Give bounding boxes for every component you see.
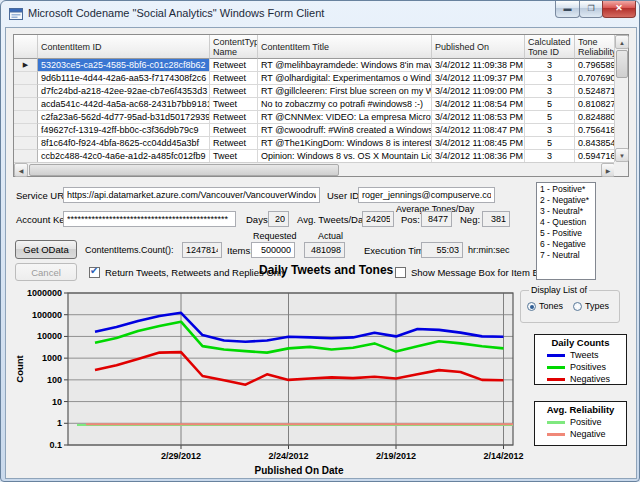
- type-cell[interactable]: Retweet: [210, 111, 258, 124]
- title-cell[interactable]: RT @olhardigital: Experimentamos o Windo…: [258, 72, 432, 85]
- scroll-up-icon[interactable]: ▲: [615, 35, 629, 49]
- published-cell[interactable]: 3/4/2012 11:09:00 PM: [432, 85, 525, 98]
- scroll-right-icon[interactable]: ▶: [601, 163, 615, 177]
- published-cell[interactable]: 3/4/2012 11:08:45 PM: [432, 137, 525, 150]
- row-selector-cell[interactable]: [14, 85, 38, 98]
- title-cell[interactable]: No to zobaczmy co potrafi #windows8 :-): [258, 98, 432, 111]
- row-selector-cell[interactable]: [14, 72, 38, 85]
- type-cell[interactable]: Tweet: [210, 150, 258, 162]
- grid-header-cell[interactable]: Calculated Tone ID: [525, 35, 575, 59]
- table-row[interactable]: 9d6b111e-4d44-42a6-aa53-f7174308f2c6Retw…: [14, 72, 615, 85]
- vertical-scroll-thumb[interactable]: [616, 50, 628, 78]
- title-cell[interactable]: RT @cwoodruff: #Win8 created a Windows.o…: [258, 124, 432, 137]
- tone-id-cell[interactable]: 5: [525, 98, 575, 111]
- list-item[interactable]: 3 - Neutral*: [540, 206, 595, 217]
- list-item[interactable]: 5 - Positive: [540, 228, 595, 239]
- id-cell[interactable]: d7fc24bd-a218-42ee-92ae-cb7e6f4353d3: [38, 85, 210, 98]
- radio-icon[interactable]: [527, 302, 536, 311]
- type-cell[interactable]: Retweet: [210, 59, 258, 72]
- return-tweets-checkbox[interactable]: [89, 267, 100, 278]
- avg-tweets-input[interactable]: [362, 211, 394, 227]
- list-item[interactable]: 1 - Positive*: [540, 184, 595, 195]
- type-cell[interactable]: Retweet: [210, 137, 258, 150]
- title-bar[interactable]: Microsoft Codename "Social Analytics" Wi…: [1, 1, 639, 27]
- tone-id-cell[interactable]: 3: [525, 124, 575, 137]
- cancel-button[interactable]: Cancel: [15, 263, 77, 281]
- reliability-cell[interactable]: 0.7076904: [575, 72, 615, 85]
- row-selector-cell[interactable]: [14, 150, 38, 162]
- row-selector-cell[interactable]: [14, 137, 38, 150]
- close-button[interactable]: ✕: [602, 1, 636, 18]
- id-cell[interactable]: 53203ce5-ca25-4585-8bf6-c01c28cf8b62: [38, 59, 210, 72]
- table-row[interactable]: ccb2c488-42c0-4a6e-a1d2-a485fc012fb9Twee…: [14, 150, 615, 162]
- published-cell[interactable]: 3/4/2012 11:08:36 PM: [432, 150, 525, 162]
- row-selector-cell[interactable]: [14, 111, 38, 124]
- list-item[interactable]: 2 - Negative*: [540, 195, 595, 206]
- reliability-cell[interactable]: 0.5947161: [575, 150, 615, 162]
- days-input[interactable]: [268, 211, 289, 227]
- tone-listbox[interactable]: 1 - Positive*2 - Negative*3 - Neutral*4 …: [536, 182, 596, 280]
- table-row[interactable]: ▶53203ce5-ca25-4585-8bf6-c01c28cf8b62Ret…: [14, 59, 615, 72]
- user-id-input[interactable]: [358, 187, 495, 203]
- minimize-button[interactable]: ▬: [555, 1, 580, 18]
- tone-id-cell[interactable]: 3: [525, 150, 575, 162]
- grid-horizontal-scrollbar[interactable]: ◀ ▶: [14, 162, 615, 176]
- table-row[interactable]: 8f1c64f0-f924-4bfa-8625-cc04dd45a3bfRetw…: [14, 137, 615, 150]
- radio-option-types[interactable]: Types: [573, 301, 609, 311]
- table-row[interactable]: f49627cf-1319-42ff-bb0c-c3f36d9b79c9Retw…: [14, 124, 615, 137]
- id-cell[interactable]: 8f1c64f0-f924-4bfa-8625-cc04dd45a3bf: [38, 137, 210, 150]
- title-cell[interactable]: RT @gillcleeren: First blue screen on my…: [258, 85, 432, 98]
- published-cell[interactable]: 3/4/2012 11:09:38 PM: [432, 59, 525, 72]
- published-cell[interactable]: 3/4/2012 11:08:53 PM: [432, 111, 525, 124]
- horizontal-scroll-thumb[interactable]: [29, 164, 339, 176]
- grid-header-cell[interactable]: ContentType Name: [210, 35, 258, 59]
- account-key-input[interactable]: [63, 211, 236, 227]
- execution-time-input[interactable]: [421, 242, 463, 258]
- tone-id-cell[interactable]: 5: [525, 137, 575, 150]
- items-requested-input[interactable]: [251, 242, 295, 258]
- reliability-cell[interactable]: 0.7564187: [575, 124, 615, 137]
- maximize-button[interactable]: ❐: [579, 1, 603, 18]
- scroll-left-icon[interactable]: ◀: [14, 163, 28, 177]
- tone-id-cell[interactable]: 3: [525, 72, 575, 85]
- list-item[interactable]: 4 - Question: [540, 217, 595, 228]
- id-cell[interactable]: acda541c-442d-4a5a-ac68-2431b7bb9181: [38, 98, 210, 111]
- title-cell[interactable]: RT @melihbayramdede: Windows 8'in mavi e…: [258, 59, 432, 72]
- radio-icon[interactable]: [573, 302, 582, 311]
- title-cell[interactable]: RT @The1KingDom: Windows 8 is interestin…: [258, 137, 432, 150]
- type-cell[interactable]: Retweet: [210, 124, 258, 137]
- tone-id-cell[interactable]: 3: [525, 85, 575, 98]
- grid-header-cell[interactable]: Published On: [432, 35, 525, 59]
- reliability-cell[interactable]: 0.5248712: [575, 85, 615, 98]
- pos-input[interactable]: [421, 211, 452, 227]
- show-message-checkbox[interactable]: [395, 267, 406, 278]
- id-cell[interactable]: f49627cf-1319-42ff-bb0c-c3f36d9b79c9: [38, 124, 210, 137]
- tone-id-cell[interactable]: 3: [525, 59, 575, 72]
- id-cell[interactable]: ccb2c488-42c0-4a6e-a1d2-a485fc012fb9: [38, 150, 210, 162]
- grid-header-cell[interactable]: ContentItem ID: [38, 35, 210, 59]
- published-cell[interactable]: 3/4/2012 11:09:37 PM: [432, 72, 525, 85]
- radio-option-tones[interactable]: Tones: [527, 301, 563, 311]
- scroll-down-icon[interactable]: ▼: [615, 148, 629, 162]
- service-uri-input[interactable]: [63, 187, 320, 203]
- table-row[interactable]: c2fa23a6-562d-4d77-95ad-b31d50172939Retw…: [14, 111, 615, 124]
- contentitems-grid[interactable]: ContentItem IDContentType NameContentIte…: [13, 34, 629, 177]
- reliability-cell[interactable]: 0.8108278: [575, 98, 615, 111]
- grid-vertical-scrollbar[interactable]: ▲ ▼: [614, 35, 628, 162]
- id-cell[interactable]: 9d6b111e-4d44-42a6-aa53-f7174308f2c6: [38, 72, 210, 85]
- row-selector-cell[interactable]: ▶: [14, 59, 38, 72]
- reliability-cell[interactable]: 0.8248809: [575, 111, 615, 124]
- contentitems-count-input[interactable]: [182, 242, 222, 258]
- grid-header-cell[interactable]: ContentItem Title: [258, 35, 432, 59]
- neg-input[interactable]: [482, 211, 510, 227]
- grid-header-cell[interactable]: Tone Reliability: [575, 35, 615, 59]
- published-cell[interactable]: 3/4/2012 11:08:47 PM: [432, 124, 525, 137]
- table-row[interactable]: acda541c-442d-4a5a-ac68-2431b7bb9181Twee…: [14, 98, 615, 111]
- row-selector-cell[interactable]: [14, 124, 38, 137]
- title-cell[interactable]: Opinion: Windows 8 vs. OS X Mountain Lio…: [258, 150, 432, 162]
- items-actual-input[interactable]: [304, 242, 345, 258]
- row-selector-cell[interactable]: [14, 98, 38, 111]
- type-cell[interactable]: Tweet: [210, 98, 258, 111]
- grid-corner-cell[interactable]: [14, 35, 38, 59]
- reliability-cell[interactable]: 0.843854: [575, 137, 615, 150]
